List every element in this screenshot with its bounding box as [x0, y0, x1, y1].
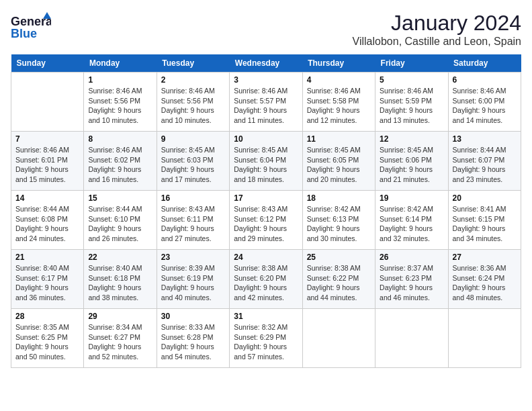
calendar-cell: 23Sunrise: 8:39 AMSunset: 6:19 PMDayligh…	[157, 250, 229, 309]
cell-info: Sunrise: 8:42 AMSunset: 6:14 PMDaylight:…	[380, 204, 443, 244]
logo-icon: General Blue	[11, 11, 51, 44]
title-section: January 2024 Villalobon, Castille and Le…	[353, 11, 521, 48]
calendar-cell: 22Sunrise: 8:40 AMSunset: 6:18 PMDayligh…	[84, 250, 157, 309]
calendar-cell: 21Sunrise: 8:40 AMSunset: 6:17 PMDayligh…	[11, 250, 84, 309]
cell-info: Sunrise: 8:44 AMSunset: 6:08 PMDaylight:…	[15, 204, 79, 244]
day-number: 17	[234, 193, 298, 203]
day-header-monday: Monday	[84, 54, 157, 73]
calendar-cell: 3Sunrise: 8:46 AMSunset: 5:57 PMDaylight…	[230, 73, 302, 132]
day-header-wednesday: Wednesday	[230, 54, 302, 73]
page-header: General Blue January 2024 Villalobon, Ca…	[11, 11, 521, 48]
cell-info: Sunrise: 8:43 AMSunset: 6:11 PMDaylight:…	[161, 204, 225, 244]
calendar-cell: 20Sunrise: 8:41 AMSunset: 6:15 PMDayligh…	[448, 191, 521, 250]
cell-info: Sunrise: 8:46 AMSunset: 6:02 PMDaylight:…	[88, 145, 152, 185]
calendar-cell: 11Sunrise: 8:45 AMSunset: 6:05 PMDayligh…	[302, 132, 375, 191]
day-number: 14	[15, 193, 79, 203]
week-row-5: 28Sunrise: 8:35 AMSunset: 6:25 PMDayligh…	[11, 309, 521, 368]
day-number: 23	[161, 253, 225, 262]
day-number: 12	[380, 134, 443, 144]
day-number: 11	[307, 134, 371, 144]
day-number: 22	[88, 253, 152, 262]
day-number: 2	[161, 75, 225, 85]
calendar-cell: 1Sunrise: 8:46 AMSunset: 5:56 PMDaylight…	[84, 73, 157, 132]
day-number: 6	[453, 75, 517, 85]
days-header-row: SundayMondayTuesdayWednesdayThursdayFrid…	[11, 54, 521, 73]
calendar-cell: 17Sunrise: 8:43 AMSunset: 6:12 PMDayligh…	[230, 191, 302, 250]
day-header-saturday: Saturday	[448, 54, 521, 73]
calendar-cell: 25Sunrise: 8:38 AMSunset: 6:22 PMDayligh…	[302, 250, 375, 309]
day-number: 13	[453, 134, 517, 144]
calendar-body: 1Sunrise: 8:46 AMSunset: 5:56 PMDaylight…	[11, 73, 521, 368]
calendar-cell: 12Sunrise: 8:45 AMSunset: 6:06 PMDayligh…	[375, 132, 448, 191]
cell-info: Sunrise: 8:43 AMSunset: 6:12 PMDaylight:…	[234, 204, 298, 244]
calendar-cell: 26Sunrise: 8:37 AMSunset: 6:23 PMDayligh…	[375, 250, 448, 309]
calendar-cell: 8Sunrise: 8:46 AMSunset: 6:02 PMDaylight…	[84, 132, 157, 191]
cell-info: Sunrise: 8:39 AMSunset: 6:19 PMDaylight:…	[161, 263, 225, 303]
cell-info: Sunrise: 8:46 AMSunset: 5:57 PMDaylight:…	[234, 86, 298, 126]
cell-info: Sunrise: 8:45 AMSunset: 6:03 PMDaylight:…	[161, 145, 225, 185]
month-year-title: January 2024	[353, 11, 521, 36]
logo: General Blue	[11, 11, 51, 44]
calendar-cell: 18Sunrise: 8:42 AMSunset: 6:13 PMDayligh…	[302, 191, 375, 250]
cell-info: Sunrise: 8:44 AMSunset: 6:07 PMDaylight:…	[453, 145, 517, 185]
week-row-4: 21Sunrise: 8:40 AMSunset: 6:17 PMDayligh…	[11, 250, 521, 309]
cell-info: Sunrise: 8:33 AMSunset: 6:28 PMDaylight:…	[161, 322, 225, 362]
day-header-tuesday: Tuesday	[157, 54, 229, 73]
calendar-cell: 6Sunrise: 8:46 AMSunset: 6:00 PMDaylight…	[448, 73, 521, 132]
calendar-cell: 27Sunrise: 8:36 AMSunset: 6:24 PMDayligh…	[448, 250, 521, 309]
calendar-cell: 31Sunrise: 8:32 AMSunset: 6:29 PMDayligh…	[230, 309, 302, 368]
cell-info: Sunrise: 8:46 AMSunset: 5:56 PMDaylight:…	[161, 86, 225, 126]
day-number: 19	[380, 193, 443, 203]
cell-info: Sunrise: 8:46 AMSunset: 6:00 PMDaylight:…	[453, 86, 517, 126]
calendar-cell	[302, 309, 375, 368]
cell-info: Sunrise: 8:37 AMSunset: 6:23 PMDaylight:…	[380, 263, 443, 303]
calendar-cell: 15Sunrise: 8:44 AMSunset: 6:10 PMDayligh…	[84, 191, 157, 250]
day-number: 25	[307, 253, 371, 262]
calendar-cell	[11, 73, 84, 132]
week-row-3: 14Sunrise: 8:44 AMSunset: 6:08 PMDayligh…	[11, 191, 521, 250]
cell-info: Sunrise: 8:40 AMSunset: 6:17 PMDaylight:…	[15, 263, 79, 303]
day-number: 5	[380, 75, 443, 85]
day-number: 4	[307, 75, 371, 85]
day-header-thursday: Thursday	[302, 54, 375, 73]
day-number: 29	[88, 312, 152, 321]
cell-info: Sunrise: 8:44 AMSunset: 6:10 PMDaylight:…	[88, 204, 152, 244]
calendar-cell: 7Sunrise: 8:46 AMSunset: 6:01 PMDaylight…	[11, 132, 84, 191]
calendar-cell: 10Sunrise: 8:45 AMSunset: 6:04 PMDayligh…	[230, 132, 302, 191]
cell-info: Sunrise: 8:36 AMSunset: 6:24 PMDaylight:…	[453, 263, 517, 303]
cell-info: Sunrise: 8:45 AMSunset: 6:06 PMDaylight:…	[380, 145, 443, 185]
cell-info: Sunrise: 8:46 AMSunset: 6:01 PMDaylight:…	[15, 145, 79, 185]
day-header-sunday: Sunday	[11, 54, 84, 73]
calendar-cell: 5Sunrise: 8:46 AMSunset: 5:59 PMDaylight…	[375, 73, 448, 132]
cell-info: Sunrise: 8:42 AMSunset: 6:13 PMDaylight:…	[307, 204, 371, 244]
calendar-cell: 14Sunrise: 8:44 AMSunset: 6:08 PMDayligh…	[11, 191, 84, 250]
day-number: 10	[234, 134, 298, 144]
day-number: 20	[453, 193, 517, 203]
day-number: 30	[161, 312, 225, 321]
day-number: 9	[161, 134, 225, 144]
week-row-2: 7Sunrise: 8:46 AMSunset: 6:01 PMDaylight…	[11, 132, 521, 191]
cell-info: Sunrise: 8:32 AMSunset: 6:29 PMDaylight:…	[234, 322, 298, 362]
day-number: 21	[15, 253, 79, 262]
calendar-cell: 9Sunrise: 8:45 AMSunset: 6:03 PMDaylight…	[157, 132, 229, 191]
calendar-cell: 28Sunrise: 8:35 AMSunset: 6:25 PMDayligh…	[11, 309, 84, 368]
calendar-cell: 29Sunrise: 8:34 AMSunset: 6:27 PMDayligh…	[84, 309, 157, 368]
day-number: 7	[15, 134, 79, 144]
cell-info: Sunrise: 8:46 AMSunset: 5:59 PMDaylight:…	[380, 86, 443, 126]
cell-info: Sunrise: 8:38 AMSunset: 6:20 PMDaylight:…	[234, 263, 298, 303]
cell-info: Sunrise: 8:45 AMSunset: 6:04 PMDaylight:…	[234, 145, 298, 185]
cell-info: Sunrise: 8:40 AMSunset: 6:18 PMDaylight:…	[88, 263, 152, 303]
calendar-cell: 19Sunrise: 8:42 AMSunset: 6:14 PMDayligh…	[375, 191, 448, 250]
day-number: 27	[453, 253, 517, 262]
calendar-cell	[448, 309, 521, 368]
calendar-cell: 16Sunrise: 8:43 AMSunset: 6:11 PMDayligh…	[157, 191, 229, 250]
calendar-cell: 2Sunrise: 8:46 AMSunset: 5:56 PMDaylight…	[157, 73, 229, 132]
cell-info: Sunrise: 8:46 AMSunset: 5:58 PMDaylight:…	[307, 86, 371, 126]
cell-info: Sunrise: 8:38 AMSunset: 6:22 PMDaylight:…	[307, 263, 371, 303]
calendar-table: SundayMondayTuesdayWednesdayThursdayFrid…	[11, 54, 521, 368]
day-number: 15	[88, 193, 152, 203]
day-number: 26	[380, 253, 443, 262]
calendar-cell: 13Sunrise: 8:44 AMSunset: 6:07 PMDayligh…	[448, 132, 521, 191]
day-header-friday: Friday	[375, 54, 448, 73]
day-number: 16	[161, 193, 225, 203]
